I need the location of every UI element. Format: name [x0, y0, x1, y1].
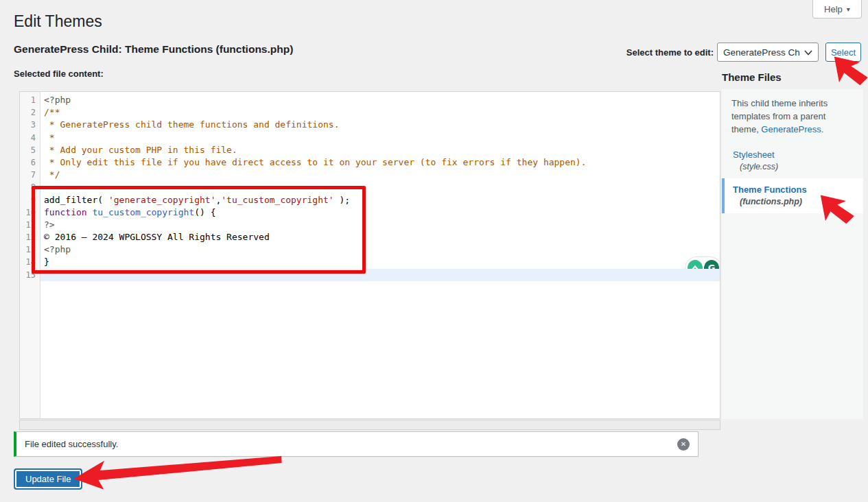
code-line[interactable]: 12© 2016 – 2024 WPGLOSSY All Rights Rese…: [20, 231, 720, 243]
code-line[interactable]: 3 * GeneratePress child theme functions …: [20, 119, 720, 131]
code-token: * Add your custom PHP in this file.: [44, 145, 237, 155]
theme-select-value: GeneratePress Ch: [723, 47, 804, 58]
dismiss-notice-button[interactable]: ✕: [677, 438, 690, 451]
code-token: *: [44, 132, 55, 143]
theme-functions-filename: (functions.php): [733, 197, 854, 206]
page-title: Edit Themes: [14, 12, 102, 31]
file-item-stylesheet[interactable]: Stylesheet (style.css): [722, 143, 863, 178]
code-line-content: * Add your custom PHP in this file.: [40, 144, 720, 156]
code-line[interactable]: 13<?php: [20, 243, 720, 256]
code-line-content: <?php: [40, 94, 720, 106]
code-line-content: }: [40, 256, 720, 268]
code-line-content: * GeneratePress child theme functions an…: [40, 119, 720, 131]
code-line-content: <?php: [40, 243, 720, 256]
code-token: add_filter(: [44, 195, 108, 205]
code-token: * GeneratePress child theme functions an…: [44, 119, 339, 130]
code-line-content: [40, 181, 720, 193]
chevron-down-icon: [804, 47, 812, 58]
stylesheet-filename: (style.css): [733, 162, 854, 171]
update-file-button[interactable]: Update File: [14, 468, 82, 490]
code-line[interactable]: 1<?php: [20, 94, 720, 106]
line-number: 11: [20, 219, 40, 231]
select-theme-button[interactable]: Select: [825, 43, 861, 62]
line-number: 3: [20, 119, 40, 131]
code-line[interactable]: 10function tu_custom_copyright() {: [20, 206, 720, 219]
line-number: 8: [20, 181, 40, 193]
code-line[interactable]: 15: [20, 269, 720, 281]
code-token: */: [44, 169, 60, 180]
line-number: 14: [20, 256, 40, 268]
notice-message: File edited successfully.: [25, 439, 118, 449]
code-line-content: *: [40, 132, 720, 144]
code-line[interactable]: 8: [20, 181, 720, 193]
code-token: ?>: [44, 219, 55, 230]
line-number: 1: [20, 94, 40, 106]
line-number: 10: [20, 206, 40, 219]
line-number: 12: [20, 231, 40, 243]
code-line[interactable]: 7 */: [20, 169, 720, 181]
code-token: 'generate_copyright': [108, 195, 216, 205]
theme-files-heading: Theme Files: [722, 71, 782, 83]
code-line-content: ?>: [40, 219, 720, 231]
code-token: * Only edit this file if you have direct…: [44, 157, 587, 167]
code-token: <?php: [44, 95, 71, 105]
code-line-content: * Only edit this file if you have direct…: [40, 156, 720, 169]
code-token: () {: [194, 207, 215, 217]
code-line[interactable]: 9add_filter( 'generate_copyright','tu_cu…: [20, 194, 720, 206]
code-line[interactable]: 11?>: [20, 219, 720, 231]
code-editor[interactable]: 1<?php2/**3 * GeneratePress child theme …: [19, 91, 720, 419]
description-period: .: [821, 124, 824, 134]
line-number: 13: [20, 243, 40, 256]
code-line[interactable]: 5 * Add your custom PHP in this file.: [20, 144, 720, 156]
code-line-content: /**: [40, 106, 720, 119]
code-line-content: add_filter( 'generate_copyright','tu_cus…: [40, 194, 720, 206]
code-lines: 1<?php2/**3 * GeneratePress child theme …: [20, 92, 720, 281]
code-line-content: function tu_custom_copyright() {: [40, 206, 720, 219]
caret-down-icon: ▾: [847, 5, 850, 13]
success-notice: File edited successfully. ✕: [14, 431, 699, 457]
code-line-content: */: [40, 169, 720, 181]
editor-horizontal-scrollbar[interactable]: [19, 420, 720, 430]
line-number: 5: [20, 144, 40, 156]
code-token: /**: [44, 107, 60, 117]
line-number: 2: [20, 106, 40, 119]
help-button-label: Help: [824, 4, 843, 14]
theme-select-dropdown[interactable]: GeneratePress Ch: [717, 43, 819, 62]
line-number: 9: [20, 194, 40, 206]
code-token: <?php: [44, 244, 71, 254]
code-token: 'tu_custom_copyright': [221, 195, 333, 205]
file-heading: GeneratePress Child: Theme Functions (fu…: [14, 43, 293, 56]
file-item-theme-functions[interactable]: Theme Functions (functions.php): [722, 178, 863, 213]
selected-file-content-label: Selected file content:: [14, 69, 104, 79]
code-line[interactable]: 14}: [20, 256, 720, 268]
code-token: }: [44, 256, 49, 267]
line-number: 15: [20, 269, 40, 281]
code-line-content: © 2016 – 2024 WPGLOSSY All Rights Reserv…: [40, 231, 720, 243]
line-number: 7: [20, 169, 40, 181]
line-number: 6: [20, 156, 40, 169]
theme-files-panel: This child theme inherits templates from…: [722, 89, 863, 419]
child-theme-description: This child theme inherits templates from…: [722, 89, 863, 143]
code-line[interactable]: 6 * Only edit this file if you have dire…: [20, 156, 720, 169]
code-line[interactable]: 4 *: [20, 132, 720, 144]
code-token: );: [334, 195, 350, 205]
select-theme-label: Select theme to edit:: [626, 47, 714, 58]
code-token: tu_custom_copyright: [92, 207, 194, 217]
close-icon: ✕: [681, 440, 686, 448]
line-number: 4: [20, 132, 40, 144]
code-line[interactable]: 2/**: [20, 106, 720, 119]
stylesheet-link[interactable]: Stylesheet: [733, 150, 775, 160]
code-token: © 2016 – 2024 WPGLOSSY All Rights Reserv…: [44, 232, 270, 242]
theme-functions-link[interactable]: Theme Functions: [733, 184, 807, 195]
code-token: function: [44, 207, 87, 217]
help-button[interactable]: Help ▾: [812, 0, 862, 19]
parent-theme-link[interactable]: GeneratePress: [761, 124, 821, 134]
code-line-content: [40, 269, 720, 281]
